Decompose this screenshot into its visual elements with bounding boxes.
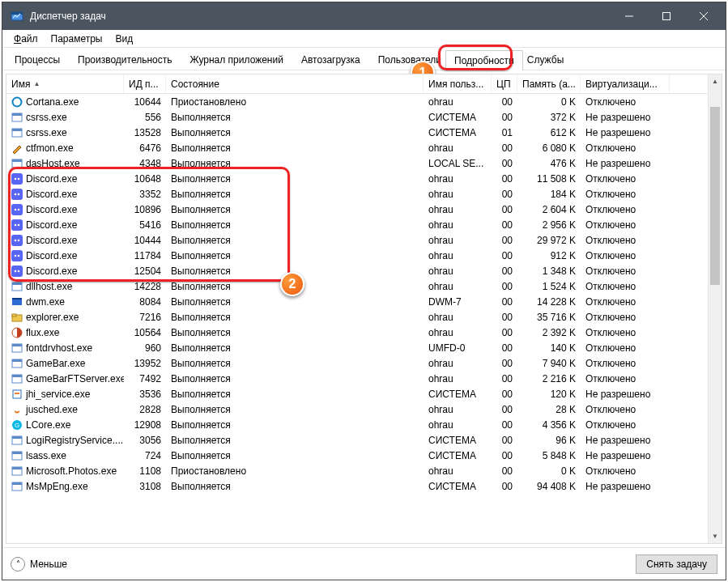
svg-point-20 xyxy=(15,208,17,210)
process-name: Discord.exe xyxy=(26,250,77,261)
table-row[interactable]: jusched.exe2828Выполняетсяohrau0028 KОтк… xyxy=(6,401,722,417)
titlebar[interactable]: Диспетчер задач xyxy=(2,2,726,30)
cell-virt: Отключено xyxy=(581,465,670,477)
table-row[interactable]: Discord.exe10648Выполняетсяohrau0011 508… xyxy=(6,171,722,186)
tab-app-history[interactable]: Журнал приложений xyxy=(181,49,292,70)
table-row[interactable]: Discord.exe10896Выполняетсяohrau002 604 … xyxy=(6,202,722,217)
svg-rect-19 xyxy=(11,204,23,215)
table-row[interactable]: LogiRegistryService....3056ВыполняетсяСИ… xyxy=(6,432,722,448)
tab-startup[interactable]: Автозагрузка xyxy=(292,49,369,70)
col-mem[interactable]: Память (а... xyxy=(517,74,581,93)
table-row[interactable]: GameBarFTServer.exe7492Выполняетсяohrau0… xyxy=(6,371,722,386)
svg-point-32 xyxy=(15,270,17,272)
end-task-button[interactable]: Снять задачу xyxy=(636,554,717,574)
cell-user: DWM-7 xyxy=(424,296,492,308)
svg-point-24 xyxy=(18,223,20,226)
minimize-button[interactable] xyxy=(611,2,648,30)
cell-state: Выполняется xyxy=(166,358,424,369)
table-row[interactable]: Discord.exe12504Выполняетсяohrau001 348 … xyxy=(6,263,722,278)
table-row[interactable]: dwm.exe8084ВыполняетсяDWM-70014 228 KОтк… xyxy=(6,294,722,309)
table-row[interactable]: dllhost.exe14228Выполняетсяohrau001 524 … xyxy=(6,278,722,294)
cell-virt: Отключено xyxy=(581,373,670,384)
tab-details[interactable]: Подробности xyxy=(445,50,523,70)
col-user[interactable]: Имя польз... xyxy=(424,74,492,93)
menu-view[interactable]: Вид xyxy=(109,32,139,46)
process-icon: G xyxy=(11,419,23,431)
table-row[interactable]: Discord.exe10444Выполняетсяohrau0029 972… xyxy=(6,232,722,248)
cell-mem: 120 K xyxy=(517,389,581,400)
cell-state: Выполняется xyxy=(166,235,424,246)
tab-processes[interactable]: Процессы xyxy=(6,49,69,70)
scroll-down-icon[interactable]: ▼ xyxy=(709,529,722,543)
table-row[interactable]: flux.exe10564Выполняетсяohrau002 392 KОт… xyxy=(6,325,722,340)
cell-pid: 3056 xyxy=(124,435,166,446)
svg-text:G: G xyxy=(15,422,19,429)
col-state[interactable]: Состояние xyxy=(166,74,424,93)
table-row[interactable]: csrss.exe556ВыполняетсяСИСТЕМА00372 KНе … xyxy=(6,109,722,125)
cell-state: Выполняется xyxy=(166,142,424,154)
table-row[interactable]: ctfmon.exe6476Выполняетсяohrau006 080 KО… xyxy=(6,140,722,155)
cell-state: Выполняется xyxy=(166,481,424,492)
cell-user: СИСТЕМА xyxy=(424,450,492,461)
table-row[interactable]: Discord.exe11784Выполняетсяohrau00912 KО… xyxy=(6,248,722,263)
svg-rect-8 xyxy=(12,113,22,116)
table-row[interactable]: fontdrvhost.exe960ВыполняетсяUMFD-000140… xyxy=(6,340,722,355)
process-icon xyxy=(11,173,23,185)
table-row[interactable]: GLCore.exe12908Выполняетсяohrau004 356 K… xyxy=(6,417,722,432)
cell-virt: Отключено xyxy=(581,312,670,323)
cell-pid: 1108 xyxy=(124,465,166,477)
vertical-scrollbar[interactable]: ▲ ▼ xyxy=(708,74,722,543)
svg-point-18 xyxy=(18,193,20,195)
cell-state: Выполняется xyxy=(166,112,424,123)
col-cpu[interactable]: ЦП xyxy=(492,74,517,93)
close-button[interactable] xyxy=(685,2,722,30)
table-row[interactable]: lsass.exe724ВыполняетсяСИСТЕМА005 848 KН… xyxy=(6,448,722,463)
table-row[interactable]: jhi_service.exe3536ВыполняетсяСИСТЕМА001… xyxy=(6,386,722,401)
menu-options[interactable]: Параметры xyxy=(45,32,109,46)
cell-state: Выполняется xyxy=(166,266,424,277)
menu-file[interactable]: Файл xyxy=(7,32,45,46)
table-row[interactable]: Discord.exe3352Выполняетсяohrau00184 KОт… xyxy=(6,186,722,202)
cell-state: Выполняется xyxy=(166,450,424,461)
process-name: lsass.exe xyxy=(26,450,66,461)
process-icon xyxy=(11,358,23,369)
process-icon xyxy=(11,189,23,200)
cell-mem: 6 080 K xyxy=(517,142,581,154)
table-row[interactable]: Microsoft.Photos.exe1108Приостановленоoh… xyxy=(6,463,722,478)
table-row[interactable]: Cortana.exe10644Приостановленоohrau000 K… xyxy=(6,94,722,109)
process-name: dasHost.exe xyxy=(26,158,80,169)
tab-services[interactable]: Службы xyxy=(523,49,573,70)
table-row[interactable]: MsMpEng.exe3108ВыполняетсяСИСТЕМА0094 40… xyxy=(6,478,722,494)
tab-users[interactable]: Пользователи xyxy=(369,49,445,70)
cell-state: Выполняется xyxy=(166,389,424,400)
cell-pid: 10444 xyxy=(124,235,166,246)
process-name: ctfmon.exe xyxy=(26,142,74,154)
cell-mem: 4 356 K xyxy=(517,419,581,431)
table-row[interactable]: explorer.exe7216Выполняетсяohrau0035 716… xyxy=(6,309,722,325)
table-row[interactable]: csrss.exe13528ВыполняетсяСИСТЕМА01612 KН… xyxy=(6,125,722,140)
svg-point-26 xyxy=(15,239,17,241)
cell-virt: Отключено xyxy=(581,358,670,369)
cell-virt: Не разрешено xyxy=(581,389,670,400)
svg-rect-3 xyxy=(663,13,671,20)
cell-virt: Отключено xyxy=(581,219,670,231)
tab-performance[interactable]: Производительность xyxy=(69,49,181,70)
fewer-details[interactable]: ˄ Меньше xyxy=(11,557,67,571)
table-row[interactable]: dasHost.exe4348ВыполняетсяLOCAL SE...004… xyxy=(6,155,722,171)
svg-rect-46 xyxy=(12,375,22,377)
col-name[interactable]: Имя▲ xyxy=(6,74,124,93)
process-name: Discord.exe xyxy=(26,204,77,215)
cell-cpu: 00 xyxy=(492,481,517,492)
col-virt[interactable]: Виртуализаци... xyxy=(581,74,670,93)
process-name: Discord.exe xyxy=(26,173,77,185)
process-icon xyxy=(11,96,23,108)
cell-mem: 184 K xyxy=(517,189,581,200)
maximize-button[interactable] xyxy=(648,2,685,30)
cell-cpu: 00 xyxy=(492,465,517,477)
table-row[interactable]: GameBar.exe13952Выполняетсяohrau007 940 … xyxy=(6,355,722,371)
table-row[interactable]: Discord.exe5416Выполняетсяohrau002 956 K… xyxy=(6,217,722,232)
scroll-up-icon[interactable]: ▲ xyxy=(709,74,722,88)
col-pid[interactable]: ИД п... xyxy=(124,74,166,93)
scroll-thumb[interactable] xyxy=(710,107,720,285)
cell-pid: 10564 xyxy=(124,327,166,338)
